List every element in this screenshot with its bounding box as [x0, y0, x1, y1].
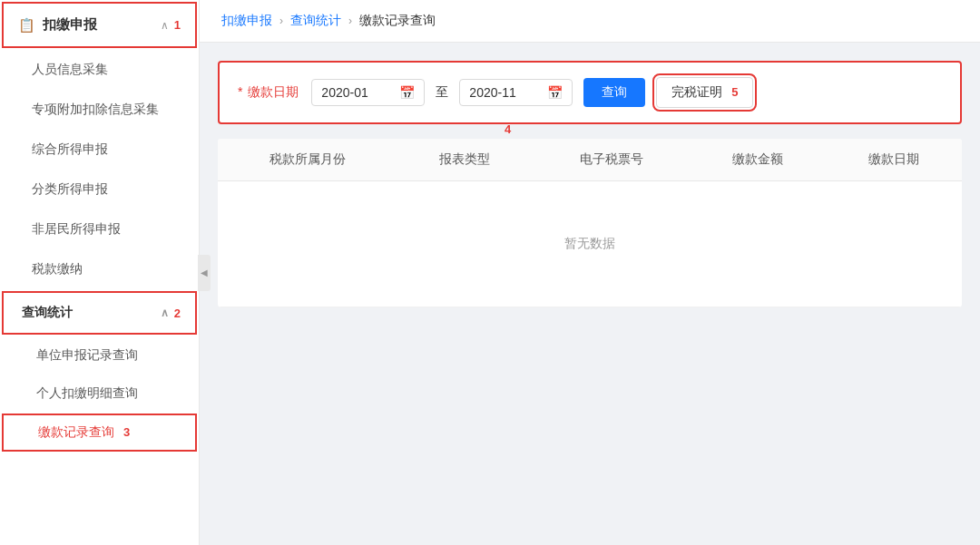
sidebar-item-personal-label: 个人扣缴明细查询 — [36, 385, 138, 400]
sidebar-item-comprehensive[interactable]: 综合所得申报 — [0, 130, 199, 170]
main-content: 扣缴申报 › 查询统计 › 缴款记录查询 * 缴款日期 📅 至 📅 查询 完税证… — [200, 0, 980, 545]
collapse-arrow-icon: ◀ — [201, 268, 208, 277]
badge-2: 2 — [174, 307, 181, 320]
date-from-field[interactable] — [321, 85, 394, 100]
sidebar-item-personal-detail[interactable]: 个人扣缴明细查询 — [0, 375, 199, 413]
sidebar-item-unit-label: 单位申报记录查询 — [36, 347, 138, 362]
filter-bar: * 缴款日期 📅 至 📅 查询 完税证明 5 4 — [218, 61, 962, 124]
sidebar-collapse-button[interactable]: ◀ — [198, 255, 211, 291]
sidebar-item-unit-record[interactable]: 单位申报记录查询 — [0, 336, 199, 375]
badge-3: 3 — [123, 425, 130, 439]
sidebar-query-section[interactable]: 查询统计 ∧ 2 — [2, 291, 197, 335]
date-to-input[interactable]: 📅 — [459, 79, 573, 106]
cert-button[interactable]: 完税证明 5 — [656, 77, 753, 108]
payment-records-table: 税款所属月份 报表类型 电子税票号 缴款金额 缴款日期 暂无数据 — [218, 139, 962, 307]
col-header-date: 缴款日期 — [826, 139, 962, 181]
breadcrumb-sep-1: › — [279, 15, 283, 27]
sidebar-item-payment-record[interactable]: 缴款记录查询 3 — [2, 414, 197, 452]
sidebar-item-classified[interactable]: 分类所得申报 — [0, 170, 199, 209]
table-empty-row: 暂无数据 — [218, 181, 962, 307]
col-header-month: 税款所属月份 — [218, 139, 397, 181]
sidebar-main-label: 扣缴申报 — [43, 16, 161, 34]
breadcrumb-sep-2: › — [348, 15, 352, 27]
sidebar-item-personnel-label: 人员信息采集 — [32, 62, 108, 76]
sidebar: 📋 扣缴申报 ∧ 1 人员信息采集 专项附加扣除信息采集 综合所得申报 分类所得… — [0, 0, 200, 545]
chevron-up-icon: ∧ — [161, 19, 169, 32]
date-range-separator: 至 — [436, 84, 448, 101]
sidebar-query-label: 查询统计 — [22, 305, 161, 321]
data-table-container: 税款所属月份 报表类型 电子税票号 缴款金额 缴款日期 暂无数据 — [218, 139, 962, 307]
badge-5: 5 — [731, 85, 738, 99]
sidebar-item-comprehensive-label: 综合所得申报 — [32, 141, 108, 156]
sidebar-item-classified-label: 分类所得申报 — [32, 181, 108, 196]
required-mark: * — [238, 84, 246, 99]
document-icon: 📋 — [18, 17, 35, 34]
content-area: * 缴款日期 📅 至 📅 查询 完税证明 5 4 — [200, 43, 980, 545]
cert-button-label: 完税证明 — [671, 84, 722, 99]
sidebar-item-personnel[interactable]: 人员信息采集 — [0, 50, 199, 90]
sidebar-item-non-resident-label: 非居民所得申报 — [32, 221, 121, 236]
date-from-input[interactable]: 📅 — [311, 79, 425, 106]
badge-4: 4 — [505, 122, 511, 136]
query-button[interactable]: 查询 — [583, 78, 645, 107]
col-header-amount: 缴款金额 — [691, 139, 827, 181]
sidebar-item-special-label: 专项附加扣除信息采集 — [32, 102, 159, 116]
col-header-ticket: 电子税票号 — [533, 139, 691, 181]
empty-text: 暂无数据 — [218, 181, 962, 307]
sidebar-item-non-resident[interactable]: 非居民所得申报 — [0, 209, 199, 249]
date-filter-label: * 缴款日期 — [238, 84, 300, 101]
breadcrumb-item-1[interactable]: 扣缴申报 — [221, 13, 272, 29]
calendar-to-icon: 📅 — [547, 85, 563, 100]
sidebar-item-tax-payment-label: 税款缴纳 — [32, 261, 83, 276]
breadcrumb-current: 缴款记录查询 — [359, 13, 436, 29]
col-header-type: 报表类型 — [397, 139, 533, 181]
sidebar-main-section[interactable]: 📋 扣缴申报 ∧ 1 — [2, 2, 197, 48]
date-to-field[interactable] — [469, 85, 542, 100]
table-header-row: 税款所属月份 报表类型 电子税票号 缴款金额 缴款日期 — [218, 139, 962, 181]
chevron-up-icon-2: ∧ — [161, 307, 169, 319]
sidebar-item-payment-label: 缴款记录查询 — [38, 424, 114, 439]
calendar-from-icon: 📅 — [399, 85, 415, 100]
sidebar-item-tax-payment[interactable]: 税款缴纳 — [0, 249, 199, 289]
sidebar-item-special-deduction[interactable]: 专项附加扣除信息采集 — [0, 90, 199, 130]
breadcrumb: 扣缴申报 › 查询统计 › 缴款记录查询 — [200, 0, 980, 43]
breadcrumb-item-2[interactable]: 查询统计 — [290, 13, 341, 29]
badge-1: 1 — [174, 18, 181, 32]
